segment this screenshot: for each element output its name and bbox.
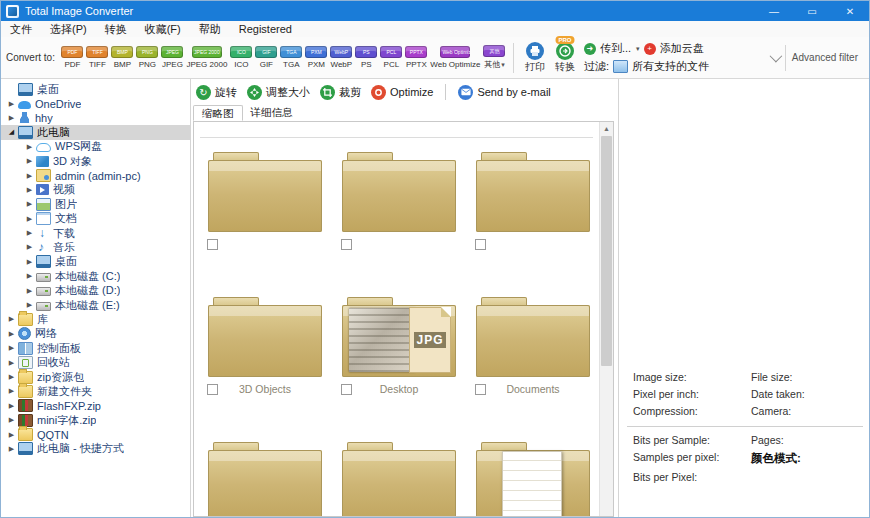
folder-thumbnail[interactable]: [476, 305, 590, 377]
expand-arrow-icon[interactable]: [6, 114, 17, 122]
format-pcl-button[interactable]: PCLPCL: [380, 46, 402, 69]
collapse-arrow-icon[interactable]: [6, 128, 17, 136]
tree-item-network[interactable]: 网络: [1, 327, 190, 341]
menu-convert[interactable]: 转换: [96, 22, 136, 37]
folder-thumbnail[interactable]: [208, 160, 322, 232]
expand-arrow-icon[interactable]: [24, 229, 35, 237]
expand-arrow-icon[interactable]: [24, 172, 35, 180]
folder-checkbox[interactable]: [475, 239, 486, 250]
format-bmp-button[interactable]: BMPBMP: [111, 46, 133, 69]
format-pptx-button[interactable]: PPTXPPTX: [405, 46, 427, 69]
tree-item-drive-c[interactable]: 本地磁盘 (C:): [1, 269, 190, 283]
tree-item-this-pc-shortcut[interactable]: 此电脑 - 快捷方式: [1, 442, 190, 456]
format-jpeg2000-button[interactable]: JPEG 2000JPEG 2000: [186, 46, 227, 69]
scrollbar-thumb[interactable]: [601, 136, 612, 366]
expand-arrow-icon[interactable]: [6, 100, 17, 108]
filter-dropdown[interactable]: 所有支持的文件: [613, 59, 709, 74]
advanced-filter-button[interactable]: Advanced filter: [792, 52, 858, 63]
menu-file[interactable]: 文件: [1, 22, 41, 37]
scroll-up-arrow[interactable]: ▲: [600, 122, 613, 135]
format-pxm-button[interactable]: PXMPXM: [305, 46, 327, 69]
folder-checkbox[interactable]: [341, 384, 352, 395]
minimize-button[interactable]: —: [755, 1, 793, 21]
expand-arrow-icon[interactable]: [24, 287, 35, 295]
optimize-button[interactable]: Optimize: [368, 85, 436, 100]
expand-arrow-icon[interactable]: [24, 186, 35, 194]
expand-arrow-icon[interactable]: [24, 243, 35, 251]
menu-help[interactable]: 帮助: [190, 22, 230, 37]
format-other-button[interactable]: 其他其他▾: [483, 45, 505, 70]
folder-thumbnail[interactable]: [342, 160, 456, 232]
format-weboptimize-button[interactable]: Web OptimizeWeb Optimize: [430, 46, 480, 69]
tree-item-drive-d[interactable]: 本地磁盘 (D:): [1, 283, 190, 297]
expand-arrow-icon[interactable]: [6, 402, 17, 410]
tree-item-3d-objects[interactable]: 3D 对象: [1, 154, 190, 168]
menu-favorites[interactable]: 收藏(F): [136, 22, 190, 37]
tree-item-user-hhy[interactable]: hhy: [1, 111, 190, 125]
expand-arrow-icon[interactable]: [6, 387, 17, 395]
folder-thumbnail[interactable]: [208, 450, 322, 517]
format-webp-button[interactable]: WebPWebP: [330, 46, 352, 69]
send-to-button[interactable]: ➜ 传到... ▾: [584, 41, 640, 56]
expand-arrow-icon[interactable]: [24, 143, 35, 151]
expand-arrow-icon[interactable]: [6, 416, 17, 424]
folder-thumbnail[interactable]: [342, 450, 456, 517]
format-tga-button[interactable]: TGATGA: [280, 46, 302, 69]
maximize-button[interactable]: ▭: [793, 1, 831, 21]
folder-checkbox[interactable]: [207, 384, 218, 395]
format-pdf-button[interactable]: PDFPDF: [61, 46, 83, 69]
folder-thumbnail[interactable]: JPG: [342, 305, 456, 377]
tree-item-libraries[interactable]: 库: [1, 312, 190, 326]
format-ico-button[interactable]: ICOICO: [230, 46, 252, 69]
expand-arrow-icon[interactable]: [6, 344, 17, 352]
tree-item-documents[interactable]: 文档: [1, 212, 190, 226]
tree-item-qqtn[interactable]: QQTN: [1, 427, 190, 441]
folder-checkbox[interactable]: [207, 239, 218, 250]
tree-item-recycle-bin[interactable]: 回收站: [1, 355, 190, 369]
tab-thumbnails[interactable]: 缩略图: [193, 105, 243, 121]
chevron-down-icon[interactable]: [769, 50, 782, 63]
tree-item-wps-drive[interactable]: WPS网盘: [1, 140, 190, 154]
rotate-button[interactable]: ↻ 旋转: [193, 85, 240, 100]
expand-arrow-icon[interactable]: [24, 258, 35, 266]
folder-thumbnail[interactable]: [208, 305, 322, 377]
format-ps-button[interactable]: PSPS: [355, 46, 377, 69]
expand-arrow-icon[interactable]: [6, 445, 17, 453]
expand-arrow-icon[interactable]: [24, 200, 35, 208]
folder-checkbox[interactable]: [341, 239, 352, 250]
expand-arrow-icon[interactable]: [24, 215, 35, 223]
tree-item-downloads[interactable]: 下载: [1, 226, 190, 240]
menu-select[interactable]: 选择(P): [41, 22, 96, 37]
format-jpeg-button[interactable]: JPEGJPEG: [161, 46, 183, 69]
vertical-scrollbar[interactable]: ▲: [599, 122, 613, 516]
tree-item-videos[interactable]: 视频: [1, 183, 190, 197]
tree-item-this-pc[interactable]: 此电脑: [1, 125, 190, 139]
send-email-button[interactable]: Send by e-mail: [455, 85, 553, 100]
expand-arrow-icon[interactable]: [24, 157, 35, 165]
tree-item-desktop-root[interactable]: 桌面: [1, 82, 190, 96]
crop-button[interactable]: 裁剪: [317, 85, 364, 100]
folder-thumbnail[interactable]: [476, 160, 590, 232]
tree-item-drive-e[interactable]: 本地磁盘 (E:): [1, 298, 190, 312]
folder-thumbnail[interactable]: [476, 450, 590, 517]
format-gif-button[interactable]: GIFGIF: [255, 46, 277, 69]
tree-item-onedrive[interactable]: OneDrive: [1, 96, 190, 110]
print-button[interactable]: 打印: [525, 42, 545, 74]
convert-button[interactable]: PRO 转换: [555, 42, 575, 74]
format-png-button[interactable]: PNGPNG: [136, 46, 158, 69]
add-cloud-button[interactable]: + 添加云盘: [644, 41, 704, 56]
tree-item-control-panel[interactable]: 控制面板: [1, 341, 190, 355]
tree-item-pictures[interactable]: 图片: [1, 197, 190, 211]
tree-item-minifont-zip[interactable]: mini字体.zip: [1, 413, 190, 427]
expand-arrow-icon[interactable]: [6, 431, 17, 439]
folder-checkbox[interactable]: [475, 384, 486, 395]
expand-arrow-icon[interactable]: [6, 315, 17, 323]
tree-item-new-folder[interactable]: 新建文件夹: [1, 384, 190, 398]
expand-arrow-icon[interactable]: [24, 301, 35, 309]
close-button[interactable]: ✕: [831, 1, 869, 21]
expand-arrow-icon[interactable]: [24, 272, 35, 280]
tree-item-zip-resources[interactable]: zip资源包: [1, 370, 190, 384]
tree-item-flashfxp-zip[interactable]: FlashFXP.zip: [1, 399, 190, 413]
expand-arrow-icon[interactable]: [6, 373, 17, 381]
expand-arrow-icon[interactable]: [6, 359, 17, 367]
